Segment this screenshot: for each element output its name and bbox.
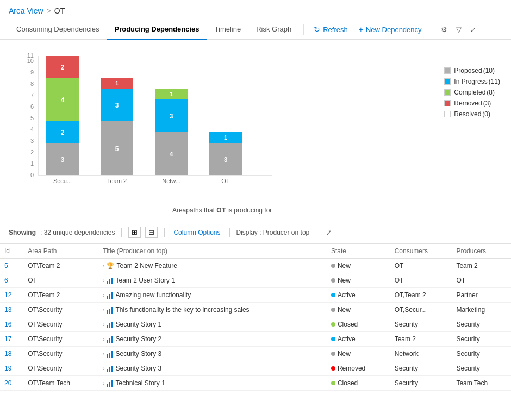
collapse-all-button[interactable]: ⊟	[145, 227, 158, 238]
svg-rect-43	[109, 279, 110, 284]
cell-state: Active	[327, 332, 390, 347]
cell-consumers: Team 2	[390, 332, 452, 347]
tab-timeline[interactable]: Timeline	[207, 20, 249, 40]
refresh-button[interactable]: ↻ Refresh	[308, 22, 353, 37]
cell-state: Closed	[327, 317, 390, 332]
cell-consumers: Security	[390, 317, 452, 332]
tab-risk-graph[interactable]: Risk Graph	[248, 20, 299, 40]
svg-text:2: 2	[61, 64, 65, 71]
table-row: 20OT\Team Tech›Technical Story 1ClosedSe…	[0, 376, 511, 391]
svg-rect-45	[107, 296, 108, 299]
expand-view-button[interactable]: ⤢	[323, 227, 335, 238]
cell-id: 16	[0, 317, 23, 332]
row-expand-arrow[interactable]: ›	[103, 307, 104, 313]
cell-id: 20	[0, 376, 23, 391]
state-dot	[331, 352, 335, 356]
state-dot	[331, 308, 335, 312]
cell-title: ›Security Story 1	[98, 317, 327, 332]
legend-removed: Removed (3)	[444, 99, 500, 107]
svg-rect-59	[111, 351, 113, 358]
row-expand-arrow[interactable]: ›	[103, 322, 104, 328]
data-table: Id Area Path Title (Producer on top) Sta…	[0, 244, 511, 391]
svg-rect-42	[107, 281, 108, 284]
filter-button[interactable]: ▽	[452, 22, 466, 37]
svg-text:3: 3	[115, 102, 119, 109]
state-dot	[331, 278, 335, 283]
row-expand-arrow[interactable]: ›	[103, 351, 104, 357]
svg-rect-63	[107, 384, 108, 387]
cell-state: New	[327, 273, 390, 288]
cell-state: Active	[327, 288, 390, 303]
id-link[interactable]: 19	[4, 365, 11, 372]
cell-id: 17	[0, 332, 23, 347]
id-link[interactable]: 6	[4, 277, 8, 284]
cell-area-path: OT\Team 2	[23, 288, 98, 303]
row-expand-arrow[interactable]: ›	[103, 366, 104, 372]
cell-id: 13	[0, 303, 23, 317]
chart-legend: Proposed (10) In Progress (11) Completed…	[444, 67, 500, 121]
svg-text:3: 3	[224, 156, 228, 164]
svg-rect-58	[109, 353, 110, 358]
state-text: New	[338, 350, 351, 358]
separator-1	[121, 228, 122, 237]
cell-state: New	[327, 303, 390, 317]
fullscreen-button[interactable]: ⤢	[466, 22, 481, 37]
table-row: 13OT\Security›This functionality is the …	[0, 303, 511, 317]
cell-title-text: Security Story 3	[115, 365, 161, 372]
legend-resolved-label: Resolved	[454, 110, 481, 118]
state-text: New	[338, 306, 351, 314]
separator-4	[316, 228, 316, 237]
id-link[interactable]: 12	[4, 291, 11, 299]
table-header-bar: Showing : 32 unique dependencies ⊞ ⊟ Col…	[0, 221, 511, 244]
cell-producers: Security	[452, 347, 511, 361]
cell-title: ›Security Story 2	[98, 332, 327, 347]
id-link[interactable]: 18	[4, 350, 11, 358]
id-link[interactable]: 20	[4, 379, 11, 387]
cell-producers: Partner	[452, 288, 511, 303]
cell-title-text: Team 2 New Feature	[116, 262, 177, 269]
svg-rect-61	[109, 367, 110, 372]
id-link[interactable]: 17	[4, 335, 11, 343]
tab-producing-dependencies[interactable]: Producing Dependencies	[107, 20, 207, 40]
svg-text:1: 1	[115, 80, 119, 86]
cell-area-path: OT\Security	[23, 303, 98, 317]
svg-rect-56	[111, 336, 113, 343]
svg-text:3: 3	[170, 112, 173, 120]
row-expand-arrow[interactable]: ›	[103, 292, 104, 298]
cell-title: ›This functionality is the key to increa…	[98, 303, 327, 317]
table-row: 6OT›Team 2 User Story 1NewOTOT	[0, 273, 511, 288]
legend-removed-count: (3)	[483, 99, 491, 107]
column-options-button[interactable]: Column Options	[171, 228, 222, 237]
cell-consumers: Network	[390, 347, 452, 361]
new-dependency-button[interactable]: + New Dependency	[353, 22, 427, 37]
legend-inprogress-color	[444, 78, 451, 85]
legend-inprogress: In Progress (11)	[444, 78, 500, 85]
svg-text:3: 3	[61, 156, 65, 164]
chart-icon	[107, 365, 113, 372]
legend-completed-label: Completed	[454, 89, 485, 96]
cell-area-path: OT\Security	[23, 332, 98, 347]
expand-all-button[interactable]: ⊞	[128, 227, 141, 238]
data-table-container: Id Area Path Title (Producer on top) Sta…	[0, 244, 511, 391]
id-link[interactable]: 5	[4, 262, 8, 269]
svg-text:Netw...: Netw...	[162, 178, 180, 184]
id-link[interactable]: 16	[4, 321, 11, 328]
id-link[interactable]: 13	[4, 306, 11, 314]
legend-completed-color	[444, 89, 451, 96]
row-expand-arrow[interactable]: ›	[103, 263, 104, 269]
state-text: New	[338, 277, 351, 284]
state-dot	[331, 264, 335, 268]
breadcrumb-parent[interactable]: Area View	[9, 7, 43, 15]
row-expand-arrow[interactable]: ›	[103, 336, 104, 342]
legend-resolved-count: (0)	[482, 110, 490, 118]
chart-icon	[107, 291, 113, 299]
legend-proposed: Proposed (10)	[444, 67, 500, 74]
tab-consuming-dependencies[interactable]: Consuming Dependencies	[9, 20, 107, 40]
settings-button[interactable]: ⚙	[437, 22, 452, 37]
cell-consumers: OT,Team 2	[390, 288, 452, 303]
cell-title-text: Technical Story 1	[115, 379, 165, 387]
row-expand-arrow[interactable]: ›	[103, 278, 104, 284]
svg-text:5: 5	[30, 115, 34, 121]
row-expand-arrow[interactable]: ›	[103, 380, 104, 386]
cell-consumers: Security	[390, 376, 452, 391]
